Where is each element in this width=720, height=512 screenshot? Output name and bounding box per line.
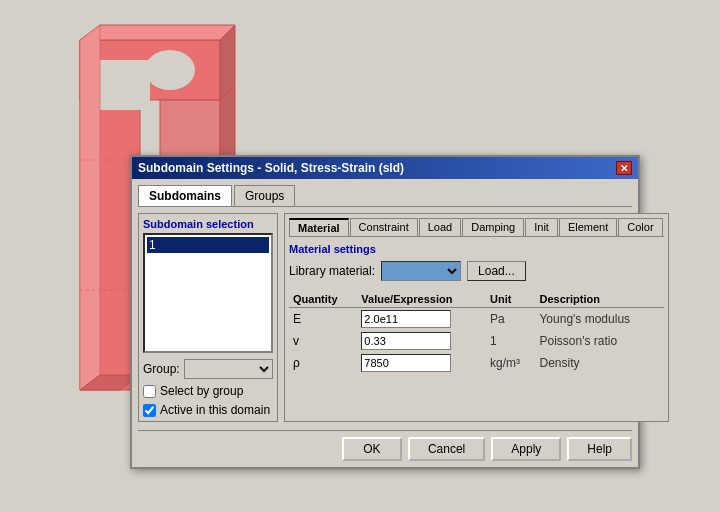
apply-button[interactable]: Apply [491,437,561,461]
unit-v: 1 [486,330,535,352]
library-label: Library material: [289,264,375,278]
bottom-button-bar: OK Cancel Apply Help [138,430,632,461]
material-settings-title: Material settings [289,243,664,255]
input-rho[interactable] [361,354,451,372]
desc-rho: Density [535,352,663,374]
quantity-v: v [289,330,357,352]
desc-v: Poisson's ratio [535,330,663,352]
table-row: ρ kg/m³ Density [289,352,664,374]
group-label: Group: [143,362,180,376]
quantity-rho: ρ [289,352,357,374]
col-unit: Unit [486,291,535,308]
subdomain-settings-dialog: Subdomain Settings - Solid, Stress-Strai… [130,155,640,469]
subdomain-listbox[interactable]: 1 [143,233,273,353]
tab-material[interactable]: Material [289,218,349,236]
table-row: v 1 Poisson's ratio [289,330,664,352]
value-E [357,308,486,331]
cancel-button[interactable]: Cancel [408,437,485,461]
ok-button[interactable]: OK [342,437,402,461]
main-content: Subdomain selection 1 Group: Select by g… [138,213,632,422]
properties-table: Quantity Value/Expression Unit Descripti… [289,291,664,374]
subdomain-selection-label: Subdomain selection [143,218,273,230]
unit-E: Pa [486,308,535,331]
right-panel: Material Constraint Load Damping Init El… [284,213,669,422]
quantity-E: E [289,308,357,331]
select-by-group-label: Select by group [160,384,243,398]
desc-E: Young's modulus [535,308,663,331]
tab-color[interactable]: Color [618,218,662,236]
input-v[interactable] [361,332,451,350]
value-rho [357,352,486,374]
group-select[interactable] [184,359,273,379]
value-v [357,330,486,352]
svg-point-0 [145,50,195,90]
library-select[interactable] [381,261,461,281]
input-E[interactable] [361,310,451,328]
library-row: Library material: Load... [289,261,664,281]
select-by-group-checkbox[interactable] [143,385,156,398]
subdomain-selection-panel: Subdomain selection 1 Group: Select by g… [138,213,278,422]
right-tab-bar: Material Constraint Load Damping Init El… [289,218,664,237]
tab-load[interactable]: Load [419,218,461,236]
active-domain-checkbox[interactable] [143,404,156,417]
tab-element[interactable]: Element [559,218,617,236]
active-domain-row: Active in this domain [143,403,273,417]
col-quantity: Quantity [289,291,357,308]
tab-init[interactable]: Init [525,218,558,236]
close-button[interactable]: ✕ [616,161,632,175]
tab-constraint[interactable]: Constraint [350,218,418,236]
tab-damping[interactable]: Damping [462,218,524,236]
dialog-body: Subdomains Groups Subdomain selection 1 … [132,179,638,467]
select-by-group-row: Select by group [143,384,273,398]
dialog-title: Subdomain Settings - Solid, Stress-Strai… [138,161,404,175]
listbox-item-1[interactable]: 1 [147,237,269,253]
dialog-title-bar: Subdomain Settings - Solid, Stress-Strai… [132,157,638,179]
col-value: Value/Expression [357,291,486,308]
col-desc: Description [535,291,663,308]
left-panel: Subdomain selection 1 Group: Select by g… [138,213,278,422]
table-row: E Pa Young's modulus [289,308,664,331]
unit-rho: kg/m³ [486,352,535,374]
top-tab-bar: Subdomains Groups [138,185,632,207]
group-row: Group: [143,359,273,379]
active-domain-label: Active in this domain [160,403,270,417]
tab-subdomains[interactable]: Subdomains [138,185,232,206]
help-button[interactable]: Help [567,437,632,461]
tab-groups[interactable]: Groups [234,185,295,206]
load-button[interactable]: Load... [467,261,526,281]
